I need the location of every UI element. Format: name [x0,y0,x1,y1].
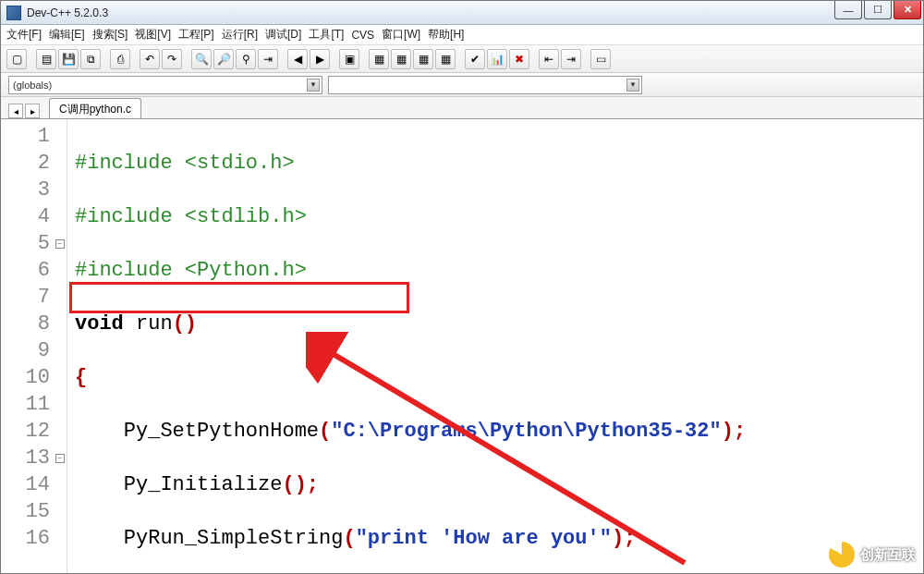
menu-project[interactable]: 工程[P] [178,27,214,43]
titlebar: Dev-C++ 5.2.0.3 — ☐ ✕ [1,1,923,25]
line-number: 10 [1,364,67,391]
tab-next-button[interactable]: ▸ [25,104,40,118]
line-number: 12 [1,418,67,445]
forward-button[interactable]: ▶ [310,49,330,69]
stop-button[interactable]: ✖ [509,49,529,69]
tab-row: ◂ ▸ C调用python.c [1,97,923,119]
line-number: 2 [1,150,67,177]
line-number: 6 [1,257,67,284]
undo-button[interactable]: ↶ [140,49,160,69]
minimize-button[interactable]: — [834,1,862,19]
print-button[interactable]: ⎙ [110,49,130,69]
line-number: 14 [1,471,67,498]
menu-run[interactable]: 运行[R] [222,27,258,43]
line-number: 7 [1,284,67,311]
debug-in-button[interactable]: ⇤ [539,49,559,69]
grid1-button[interactable]: ▦ [369,49,389,69]
app-icon [6,6,21,20]
open-button[interactable]: ▤ [36,49,56,69]
close-button[interactable]: ✕ [894,1,921,19]
menu-debug[interactable]: 调试[D] [265,27,301,43]
grid4-button[interactable]: ▦ [435,49,456,69]
stats-button[interactable]: 📊 [487,49,507,69]
code-editor[interactable]: 1 2 3 4 5− 6 7 8 9 10 11 12 13− 14 15 16… [1,119,923,573]
gutter: 1 2 3 4 5− 6 7 8 9 10 11 12 13− 14 15 16 [1,119,67,573]
menu-cvs[interactable]: CVS [351,29,374,42]
watermark: 创新互联 [829,542,916,568]
watermark-text: 创新互联 [860,546,916,564]
scope-combo-value: (globals) [13,79,52,91]
line-number: 15 [1,498,67,525]
code-area[interactable]: #include <stdio.h> #include <stdlib.h> #… [75,119,923,573]
new-file-button[interactable]: ▢ [6,49,27,69]
window-controls: — ☐ ✕ [833,1,921,19]
scope-combo[interactable]: (globals) ▼ [8,76,322,94]
save-button[interactable]: 💾 [58,49,79,69]
menu-search[interactable]: 搜索[S] [92,27,128,43]
grid2-button[interactable]: ▦ [391,49,411,69]
combo-row: (globals) ▼ ▼ [1,73,923,97]
line-number: 13− [1,445,67,471]
goto-button[interactable]: ⇥ [258,49,278,69]
debug-out-button[interactable]: ⇥ [561,49,581,69]
redo-button[interactable]: ↷ [162,49,182,69]
findfiles-button[interactable]: 🔎 [213,49,234,69]
app-window: Dev-C++ 5.2.0.3 — ☐ ✕ 文件[F] 编辑[E] 搜索[S] … [0,0,924,574]
compile-button[interactable]: ✔ [465,49,485,69]
layout-button[interactable]: ▭ [590,49,611,69]
symbol-combo[interactable]: ▼ [328,76,642,94]
replace-button[interactable]: ⚲ [236,49,256,69]
back-button[interactable]: ◀ [287,49,308,69]
line-number: 16 [1,525,67,552]
file-tab[interactable]: C调用python.c [49,98,141,118]
toolbar: ▢ ▤ 💾 ⧉ ⎙ ↶ ↷ 🔍 🔎 ⚲ ⇥ ◀ ▶ ▣ ▦ ▦ ▦ ▦ ✔ 📊 … [1,45,923,73]
line-number: 4 [1,203,67,230]
line-number: 5− [1,230,67,257]
menubar: 文件[F] 编辑[E] 搜索[S] 视图[V] 工程[P] 运行[R] 调试[D… [1,25,923,45]
menu-tools[interactable]: 工具[T] [309,27,344,43]
chevron-down-icon: ▼ [307,79,320,92]
menu-help[interactable]: 帮助[H] [428,27,464,43]
line-number: 1 [1,123,67,150]
window-title: Dev-C++ 5.2.0.3 [27,6,108,19]
fold-minus-icon[interactable]: − [55,454,65,463]
watermark-logo-icon [829,542,855,568]
maximize-button[interactable]: ☐ [864,1,892,19]
line-number: 8 [1,311,67,337]
find-button[interactable]: 🔍 [191,49,212,69]
grid3-button[interactable]: ▦ [413,49,433,69]
menu-edit[interactable]: 编辑[E] [49,27,85,43]
chevron-down-icon: ▼ [626,79,639,92]
line-number: 3 [1,177,67,203]
menu-view[interactable]: 视图[V] [135,27,171,43]
line-number: 11 [1,391,67,418]
menu-window[interactable]: 窗口[W] [382,27,420,43]
tab-nav: ◂ ▸ [8,104,40,118]
bookmark-button[interactable]: ▣ [339,49,359,69]
menu-file[interactable]: 文件[F] [6,27,42,43]
fold-minus-icon[interactable]: − [55,239,65,249]
tab-prev-button[interactable]: ◂ [8,104,23,118]
line-number: 9 [1,337,67,364]
saveall-button[interactable]: ⧉ [80,49,101,69]
